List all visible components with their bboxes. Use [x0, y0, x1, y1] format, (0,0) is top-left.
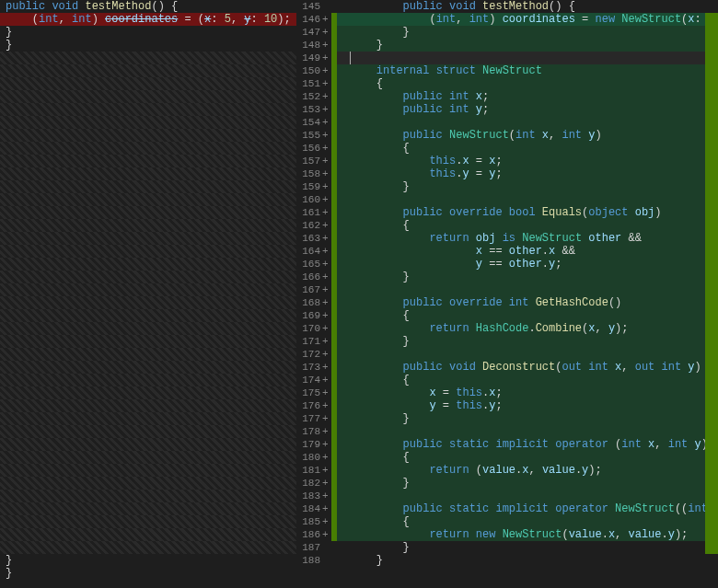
- gutter-row[interactable]: 174+: [296, 374, 337, 386]
- code-line-added[interactable]: x = this.x;: [337, 386, 705, 399]
- code-line-added[interactable]: [337, 116, 705, 129]
- code-line-added[interactable]: this.y = y;: [337, 167, 705, 180]
- gutter-row[interactable]: 149+: [296, 52, 337, 64]
- gutter-row[interactable]: 167+: [296, 283, 337, 296]
- gutter-row[interactable]: 146+: [296, 13, 337, 26]
- gutter-row[interactable]: 171+: [296, 335, 337, 348]
- gutter-row[interactable]: 178+: [296, 425, 337, 438]
- code-line-added[interactable]: public NewStruct(int x, int y): [337, 129, 705, 142]
- diff-pane-modified[interactable]: 145146+147+148+149+150+151+152+153+154+1…: [296, 0, 718, 588]
- gutter-row[interactable]: 180+: [296, 451, 337, 464]
- gutter-row[interactable]: 148+: [296, 39, 337, 52]
- original-code-area[interactable]: public void testMethod() { (int, int) co…: [0, 0, 296, 580]
- code-line-added[interactable]: y == other.y;: [337, 258, 705, 271]
- gutter-row[interactable]: 156+: [296, 142, 337, 155]
- gutter-row[interactable]: 181+: [296, 464, 337, 477]
- code-line-added[interactable]: }: [337, 180, 705, 193]
- gutter-row[interactable]: 188: [296, 554, 337, 567]
- code-line[interactable]: }: [0, 26, 296, 39]
- modified-code-area[interactable]: public void testMethod() { (int, int) co…: [337, 0, 705, 588]
- code-line-added[interactable]: }: [337, 271, 705, 283]
- gutter-row[interactable]: 185+: [296, 515, 337, 528]
- code-line-added[interactable]: [337, 425, 705, 438]
- gutter-row[interactable]: 166+: [296, 271, 337, 283]
- code-line-added[interactable]: public int x;: [337, 90, 705, 103]
- gutter-row[interactable]: 158+: [296, 167, 337, 180]
- gutter-row[interactable]: 175+: [296, 386, 337, 399]
- code-line[interactable]: }: [0, 39, 296, 52]
- gutter-row[interactable]: 172+: [296, 348, 337, 361]
- gutter-row[interactable]: 177+: [296, 412, 337, 425]
- code-line-added[interactable]: internal struct NewStruct: [337, 64, 705, 77]
- code-line-added[interactable]: }: [337, 39, 705, 52]
- gutter-row[interactable]: 169+: [296, 309, 337, 322]
- code-line-added[interactable]: {: [337, 451, 705, 464]
- gutter-row[interactable]: 184+: [296, 502, 337, 515]
- gutter-row[interactable]: 151+: [296, 77, 337, 90]
- overview-ruler[interactable]: [705, 0, 718, 588]
- code-line-added[interactable]: }: [337, 335, 705, 348]
- code-line-added[interactable]: public int y;: [337, 103, 705, 116]
- code-line-added[interactable]: }: [337, 26, 705, 39]
- code-line-added[interactable]: [337, 348, 705, 361]
- code-line-added[interactable]: (int, int) coordinates = new NewStruct(x…: [337, 13, 705, 26]
- code-line[interactable]: }: [337, 554, 705, 567]
- gutter-row[interactable]: 168+: [296, 296, 337, 309]
- code-line-added[interactable]: public static implicit operator (int x, …: [337, 438, 705, 451]
- gutter-row[interactable]: 162+: [296, 219, 337, 232]
- gutter-row[interactable]: 183+: [296, 490, 337, 502]
- gutter-row[interactable]: 179+: [296, 438, 337, 451]
- gutter-row[interactable]: 163+: [296, 232, 337, 245]
- code-line-added[interactable]: [337, 490, 705, 502]
- code-line[interactable]: public void testMethod() {: [0, 0, 296, 13]
- code-line-added[interactable]: public override int GetHashCode(): [337, 296, 705, 309]
- code-line-added[interactable]: public void Deconstruct(out int x, out i…: [337, 361, 705, 374]
- code-line-added[interactable]: {: [337, 309, 705, 322]
- gutter-row[interactable]: 182+: [296, 477, 337, 490]
- diff-editor[interactable]: public void testMethod() { (int, int) co…: [0, 0, 718, 588]
- code-line-added[interactable]: }: [337, 412, 705, 425]
- code-line-added[interactable]: y = this.y;: [337, 399, 705, 412]
- line-number-gutter[interactable]: 145146+147+148+149+150+151+152+153+154+1…: [296, 0, 337, 588]
- gutter-row[interactable]: 155+: [296, 129, 337, 142]
- code-line-added[interactable]: public override bool Equals(object obj): [337, 206, 705, 219]
- code-line-added[interactable]: [337, 283, 705, 296]
- code-line[interactable]: public void testMethod() {: [337, 0, 705, 13]
- gutter-row[interactable]: 161+: [296, 206, 337, 219]
- gutter-row[interactable]: 186+: [296, 528, 337, 541]
- gutter-row[interactable]: 160+: [296, 193, 337, 206]
- gutter-row[interactable]: 173+: [296, 361, 337, 374]
- code-line-added[interactable]: return obj is NewStruct other &&: [337, 232, 705, 245]
- gutter-row[interactable]: 176+: [296, 399, 337, 412]
- code-line-added[interactable]: this.x = x;: [337, 155, 705, 167]
- gutter-row[interactable]: 152+: [296, 90, 337, 103]
- code-line-added[interactable]: [337, 193, 705, 206]
- gutter-row[interactable]: 165+: [296, 258, 337, 271]
- code-line-added[interactable]: }: [337, 477, 705, 490]
- gutter-row[interactable]: 170+: [296, 322, 337, 335]
- gutter-row[interactable]: 187: [296, 541, 337, 554]
- code-line-added[interactable]: {: [337, 142, 705, 155]
- code-line-added[interactable]: return (value.x, value.y);: [337, 464, 705, 477]
- code-line-added[interactable]: return HashCode.Combine(x, y);: [337, 322, 705, 335]
- gutter-row[interactable]: 154+: [296, 116, 337, 129]
- code-line[interactable]: }: [0, 567, 296, 580]
- gutter-row[interactable]: 159+: [296, 180, 337, 193]
- code-line-cursor[interactable]: [337, 52, 705, 64]
- code-line-deleted[interactable]: (int, int) coordinates = (x: 5, y: 10);: [0, 13, 296, 26]
- code-line-added[interactable]: {: [337, 77, 705, 90]
- code-line-added[interactable]: {: [337, 219, 705, 232]
- code-line-added[interactable]: {: [337, 515, 705, 528]
- code-line-added[interactable]: public static implicit operator NewStruc…: [337, 502, 705, 515]
- gutter-row[interactable]: 164+: [296, 245, 337, 258]
- code-line-added[interactable]: {: [337, 374, 705, 386]
- code-line[interactable]: }: [0, 554, 296, 567]
- gutter-row[interactable]: 145: [296, 0, 337, 13]
- code-line[interactable]: }: [337, 541, 705, 554]
- gutter-row[interactable]: 150+: [296, 64, 337, 77]
- gutter-row[interactable]: 153+: [296, 103, 337, 116]
- gutter-row[interactable]: 147+: [296, 26, 337, 39]
- gutter-row[interactable]: 157+: [296, 155, 337, 167]
- diff-pane-original[interactable]: public void testMethod() { (int, int) co…: [0, 0, 296, 588]
- code-line-added[interactable]: x == other.x &&: [337, 245, 705, 258]
